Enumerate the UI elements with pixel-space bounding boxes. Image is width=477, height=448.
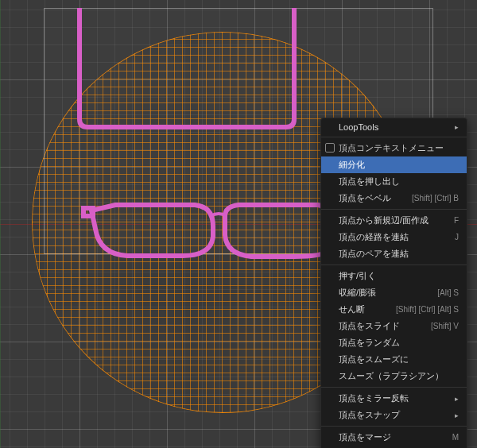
menu-looptools[interactable]: LoopTools: [321, 120, 467, 134]
menu-shortcut: [Shift] V: [431, 322, 459, 330]
menu-smooth-vertices[interactable]: 頂点をスムーズに: [321, 351, 467, 368]
menu-label: 頂点をベベル: [339, 192, 391, 204]
menu-bevel-vertices[interactable]: 頂点をベベル [Shift] [Ctrl] B: [321, 190, 467, 207]
menu-shear[interactable]: せん断 [Shift] [Ctrl] [Alt] S: [321, 301, 467, 318]
chevron-right-icon: [455, 411, 459, 419]
menu-header: 頂点コンテキストメニュー: [321, 140, 467, 156]
menu-connect-pairs[interactable]: 頂点のペアを連結: [321, 245, 467, 262]
menu-shortcut: [Shift] [Ctrl] B: [412, 194, 459, 203]
menu-connect-path[interactable]: 頂点の経路を連結 J: [321, 229, 467, 245]
menu-slide-vertices[interactable]: 頂点をスライド [Shift] V: [321, 318, 467, 334]
menu-randomize-vertices[interactable]: 頂点をランダム: [321, 334, 467, 351]
menu-separator: [321, 137, 467, 137]
menu-label: 頂点をマージ: [339, 431, 391, 443]
menu-label: 細分化: [339, 159, 365, 171]
menu-extrude-vertices[interactable]: 頂点を押し出し: [321, 173, 467, 190]
vertex-context-menu[interactable]: LoopTools 頂点コンテキストメニュー 細分化 頂点を押し出し 頂点をベベ…: [320, 118, 467, 448]
menu-label: 頂点から新規辺/面作成: [339, 214, 429, 226]
menu-new-edge-face[interactable]: 頂点から新規辺/面作成 F: [321, 212, 467, 229]
menu-header-label: 頂点コンテキストメニュー: [339, 142, 444, 154]
menu-separator: [321, 426, 467, 427]
menu-label: せん断: [339, 303, 365, 315]
menu-label: 頂点をスライド: [339, 320, 400, 332]
menu-label: 頂点をランダム: [339, 337, 400, 349]
menu-label: 頂点をスムーズに: [339, 353, 409, 365]
menu-label: 頂点を押し出し: [339, 176, 400, 187]
menu-separator: [321, 387, 467, 388]
svg-rect-0: [83, 208, 93, 216]
menu-shrink-fatten[interactable]: 収縮/膨張 [Alt] S: [321, 284, 467, 301]
chevron-right-icon: [455, 395, 459, 403]
menu-snap-vertices[interactable]: 頂点をスナップ: [321, 407, 467, 423]
menu-mirror-vertices[interactable]: 頂点をミラー反転: [321, 390, 467, 407]
chevron-right-icon: [455, 123, 459, 131]
vertex-icon: [325, 143, 335, 153]
menu-label: 頂点のペアを連結: [339, 248, 409, 260]
menu-label: スムーズ（ラプラシアン）: [339, 370, 444, 382]
menu-shortcut: [Shift] [Ctrl] [Alt] S: [396, 305, 459, 314]
menu-smooth-laplacian[interactable]: スムーズ（ラプラシアン）: [321, 368, 467, 384]
menu-label: 頂点をミラー反転: [339, 392, 409, 404]
menu-shortcut: F: [454, 216, 459, 225]
menu-separator: [321, 265, 467, 265]
menu-label: LoopTools: [339, 122, 378, 132]
menu-merge-vertices[interactable]: 頂点をマージ M: [321, 429, 467, 446]
menu-label: 収縮/膨張: [339, 287, 376, 299]
menu-subdivide[interactable]: 細分化: [321, 156, 467, 173]
menu-shortcut: J: [455, 233, 459, 241]
menu-separator: [321, 209, 467, 210]
menu-push-pull[interactable]: 押す/引く: [321, 268, 467, 284]
menu-label: 頂点の経路を連結: [339, 231, 409, 243]
menu-shortcut: M: [452, 433, 459, 442]
menu-label: 頂点をスナップ: [339, 409, 400, 421]
menu-label: 押す/引く: [339, 270, 376, 282]
menu-shortcut: [Alt] S: [437, 288, 459, 297]
